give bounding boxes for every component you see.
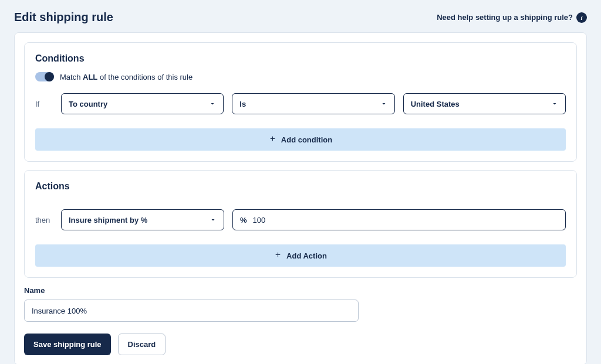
actions-title: Actions: [35, 181, 566, 192]
condition-value-select[interactable]: United States: [403, 93, 566, 114]
conditions-title: Conditions: [35, 53, 566, 64]
match-mode-text: Match ALL of the conditions of this rule: [60, 73, 193, 81]
chevron-down-icon: [210, 216, 217, 223]
condition-field-value: To country: [69, 100, 107, 108]
condition-field-select[interactable]: To country: [61, 93, 224, 114]
rule-name-input[interactable]: [24, 300, 359, 322]
condition-value-value: United States: [411, 100, 460, 108]
add-action-button[interactable]: Add Action: [35, 244, 566, 267]
action-type-value: Insure shipment by %: [69, 216, 147, 224]
chevron-down-icon: [209, 100, 216, 107]
help-text: Need help setting up a shipping rule?: [437, 13, 573, 22]
page-header: Edit shipping rule Need help setting up …: [14, 11, 587, 24]
action-type-select[interactable]: Insure shipment by %: [61, 209, 224, 230]
save-button[interactable]: Save shipping rule: [24, 334, 111, 355]
footer-buttons: Save shipping rule Discard: [24, 334, 577, 355]
plus-icon: [269, 135, 276, 144]
name-section: Name: [24, 286, 577, 322]
action-value-input[interactable]: [253, 216, 558, 224]
then-label: then: [35, 216, 53, 224]
toggle-knob: [45, 72, 54, 81]
name-label: Name: [24, 286, 577, 295]
help-link[interactable]: Need help setting up a shipping rule? i: [437, 12, 587, 23]
rule-form: Conditions Match ALL of the conditions o…: [14, 32, 587, 364]
if-label: If: [35, 100, 53, 108]
percent-prefix: %: [240, 216, 247, 224]
page-title: Edit shipping rule: [14, 11, 113, 24]
discard-button[interactable]: Discard: [118, 334, 166, 355]
action-value-field[interactable]: %: [232, 209, 566, 230]
condition-operator-select[interactable]: Is: [232, 93, 394, 114]
match-mode-row: Match ALL of the conditions of this rule: [35, 72, 566, 81]
add-condition-button[interactable]: Add condition: [35, 128, 566, 151]
condition-operator-value: Is: [239, 100, 246, 108]
actions-section: Actions then Insure shipment by % % Add …: [24, 170, 577, 278]
add-condition-label: Add condition: [281, 135, 332, 144]
info-icon: i: [576, 12, 587, 23]
chevron-down-icon: [380, 100, 387, 107]
add-action-label: Add Action: [286, 251, 327, 260]
chevron-down-icon: [551, 100, 558, 107]
plus-icon: [274, 251, 282, 260]
condition-row: If To country Is United States: [35, 93, 566, 114]
action-row: then Insure shipment by % %: [35, 209, 566, 230]
conditions-section: Conditions Match ALL of the conditions o…: [24, 42, 577, 162]
match-mode-toggle[interactable]: [35, 72, 54, 81]
